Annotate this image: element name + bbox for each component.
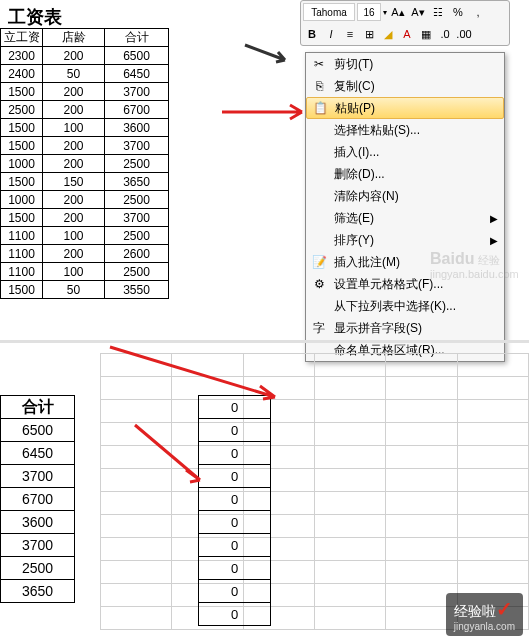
- grid-cell[interactable]: [101, 561, 172, 584]
- cell[interactable]: 2500: [105, 155, 169, 173]
- font-name-select[interactable]: Tahoma: [303, 3, 355, 21]
- grid-cell[interactable]: [457, 377, 528, 400]
- border-button[interactable]: ▦: [417, 25, 435, 43]
- cell[interactable]: 3650: [105, 173, 169, 191]
- cell[interactable]: 50: [43, 65, 105, 83]
- grid-cell[interactable]: [314, 584, 385, 607]
- grid-cell[interactable]: [314, 377, 385, 400]
- cell[interactable]: 2600: [105, 245, 169, 263]
- grid-cell[interactable]: [386, 377, 457, 400]
- cell[interactable]: 3600: [105, 119, 169, 137]
- menu-item[interactable]: 从下拉列表中选择(K)...: [306, 295, 504, 317]
- cell[interactable]: 0: [199, 580, 271, 603]
- cell[interactable]: 100: [43, 227, 105, 245]
- grid-cell[interactable]: [314, 469, 385, 492]
- comma-button[interactable]: ,: [469, 3, 487, 21]
- menu-item[interactable]: ✂剪切(T): [306, 53, 504, 75]
- grid-cell[interactable]: [386, 538, 457, 561]
- bold-button[interactable]: B: [303, 25, 321, 43]
- grid-cell[interactable]: [314, 400, 385, 423]
- grid-cell[interactable]: [457, 446, 528, 469]
- menu-item[interactable]: 选择性粘贴(S)...: [306, 119, 504, 141]
- shrink-font-button[interactable]: A▾: [409, 3, 427, 21]
- cell[interactable]: 150: [43, 173, 105, 191]
- cell[interactable]: 2500: [105, 263, 169, 281]
- grid-cell[interactable]: [386, 561, 457, 584]
- align-button[interactable]: ≡: [341, 25, 359, 43]
- cell[interactable]: 1100: [1, 227, 43, 245]
- grid-cell[interactable]: [386, 400, 457, 423]
- grid-cell[interactable]: [457, 561, 528, 584]
- menu-item[interactable]: 字显示拼音字段(S): [306, 317, 504, 339]
- cell[interactable]: 1500: [1, 119, 43, 137]
- cell[interactable]: 0: [199, 557, 271, 580]
- cell[interactable]: 100: [43, 119, 105, 137]
- menu-item[interactable]: ⎘复制(C): [306, 75, 504, 97]
- grid-cell[interactable]: [101, 492, 172, 515]
- cell[interactable]: 6450: [105, 65, 169, 83]
- grid-cell[interactable]: [314, 515, 385, 538]
- menu-item[interactable]: 插入(I)...: [306, 141, 504, 163]
- grid-cell[interactable]: [457, 492, 528, 515]
- grid-cell[interactable]: [457, 400, 528, 423]
- cell[interactable]: 2500: [105, 227, 169, 245]
- grid-cell[interactable]: [101, 515, 172, 538]
- cell[interactable]: 200: [43, 83, 105, 101]
- menu-item[interactable]: 删除(D)...: [306, 163, 504, 185]
- grid-cell[interactable]: [457, 538, 528, 561]
- cell[interactable]: 2500: [105, 191, 169, 209]
- cell[interactable]: 200: [43, 47, 105, 65]
- cell[interactable]: 1500: [1, 173, 43, 191]
- cell[interactable]: 6450: [1, 442, 75, 465]
- cell[interactable]: 2500: [1, 101, 43, 119]
- grid-cell[interactable]: [457, 423, 528, 446]
- cell[interactable]: 3550: [105, 281, 169, 299]
- cell[interactable]: 200: [43, 245, 105, 263]
- grid-cell[interactable]: [314, 492, 385, 515]
- grid-cell[interactable]: [314, 446, 385, 469]
- cell[interactable]: 1000: [1, 155, 43, 173]
- cell[interactable]: 3700: [105, 83, 169, 101]
- cell[interactable]: 200: [43, 209, 105, 227]
- decrease-decimal-button[interactable]: .0: [436, 25, 454, 43]
- cell[interactable]: 0: [199, 534, 271, 557]
- cell[interactable]: 3600: [1, 511, 75, 534]
- cell[interactable]: 6700: [1, 488, 75, 511]
- cell[interactable]: 1100: [1, 263, 43, 281]
- cell[interactable]: 3700: [105, 137, 169, 155]
- menu-item[interactable]: 清除内容(N): [306, 185, 504, 207]
- cell[interactable]: 1500: [1, 137, 43, 155]
- grid-cell[interactable]: [386, 515, 457, 538]
- cell[interactable]: 2400: [1, 65, 43, 83]
- cell[interactable]: 1500: [1, 281, 43, 299]
- cell[interactable]: 200: [43, 137, 105, 155]
- menu-item[interactable]: 排序(Y)▶: [306, 229, 504, 251]
- cell[interactable]: 0: [199, 603, 271, 626]
- cell[interactable]: 2500: [1, 557, 75, 580]
- cell[interactable]: 6500: [105, 47, 169, 65]
- grid-cell[interactable]: [314, 423, 385, 446]
- grid-cell[interactable]: [314, 607, 385, 630]
- fill-color-button[interactable]: ◢: [379, 25, 397, 43]
- grid-cell[interactable]: [314, 538, 385, 561]
- percent-button[interactable]: %: [449, 3, 467, 21]
- cell[interactable]: 3650: [1, 580, 75, 603]
- cell[interactable]: 1500: [1, 83, 43, 101]
- cell[interactable]: 3700: [1, 534, 75, 557]
- cell[interactable]: 50: [43, 281, 105, 299]
- grid-cell[interactable]: [386, 446, 457, 469]
- increase-decimal-button[interactable]: .00: [455, 25, 473, 43]
- cell[interactable]: 100: [43, 263, 105, 281]
- grid-cell[interactable]: [386, 469, 457, 492]
- grid-cell[interactable]: [101, 607, 172, 630]
- grow-font-button[interactable]: A▴: [389, 3, 407, 21]
- grid-cell[interactable]: [457, 354, 528, 377]
- grid-cell[interactable]: [386, 354, 457, 377]
- cell[interactable]: 6700: [105, 101, 169, 119]
- menu-item[interactable]: 📋粘贴(P): [306, 97, 504, 119]
- grid-cell[interactable]: [314, 561, 385, 584]
- cell[interactable]: 3700: [105, 209, 169, 227]
- cell[interactable]: 0: [199, 488, 271, 511]
- font-size-select[interactable]: 16: [357, 3, 381, 21]
- grid-cell[interactable]: [101, 538, 172, 561]
